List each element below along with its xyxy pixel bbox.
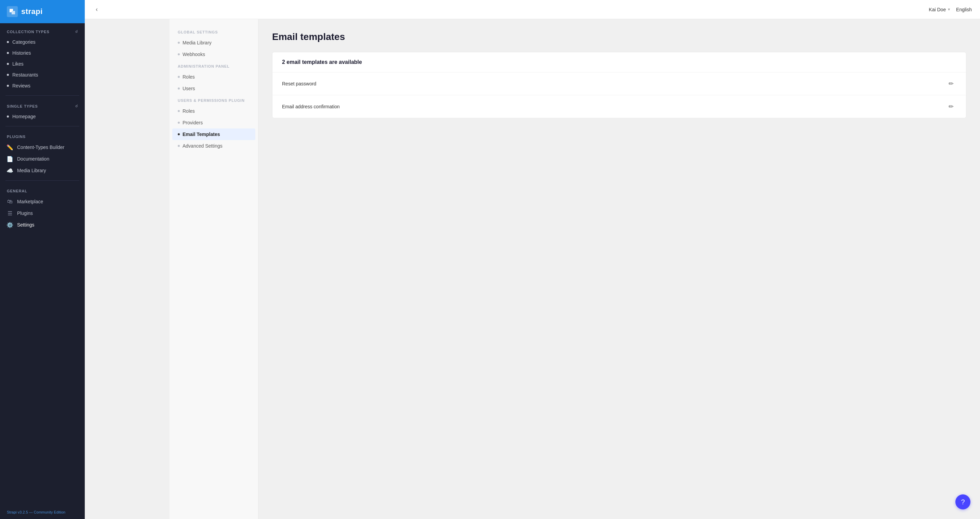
collapse-sidebar-button[interactable]: ‹ <box>93 5 100 14</box>
divider <box>5 180 79 181</box>
gear-icon: ⚙️ <box>7 222 13 228</box>
sub-sidebar-item-users-admin[interactable]: Users <box>170 83 258 94</box>
strapi-logo-icon <box>7 6 18 17</box>
cloud-icon: ☁️ <box>7 167 13 173</box>
bullet-icon <box>178 145 180 147</box>
sub-sidebar-item-providers[interactable]: Providers <box>170 117 258 129</box>
bullet-icon <box>7 116 9 117</box>
language-label: English <box>956 7 972 12</box>
help-button[interactable]: ? <box>955 494 970 509</box>
sidebar-item-categories[interactable]: Categories <box>0 37 85 48</box>
pencil-icon: ✏️ <box>7 144 13 150</box>
sub-sidebar-item-roles-up[interactable]: Roles <box>170 105 258 117</box>
plugins-section: PLUGINS ✏️ Content-Types Builder 📄 Docum… <box>0 129 85 178</box>
topbar-left: ‹ <box>93 5 100 14</box>
chevron-down-icon: ▼ <box>947 8 951 11</box>
collection-types-section: COLLECTION TYPES ☌ Categories Histories … <box>0 23 85 93</box>
general-label: GENERAL <box>0 189 85 196</box>
sidebar-item-documentation[interactable]: 📄 Documentation <box>0 153 85 165</box>
single-types-section: SINGLE TYPES ☌ Homepage <box>0 98 85 124</box>
sidebar-item-marketplace[interactable]: 🛍 Marketplace <box>0 196 85 207</box>
sidebar-item-restaurants[interactable]: Restaurants <box>0 69 85 80</box>
plugins-label: PLUGINS <box>0 135 85 141</box>
app-version: Strapi v3.2.5 — Community Edition <box>0 505 85 519</box>
single-types-search-icon[interactable]: ☌ <box>75 104 78 108</box>
sidebar-item-settings[interactable]: ⚙️ Settings <box>0 219 85 231</box>
bullet-icon <box>7 63 9 65</box>
bullet-icon <box>7 41 9 43</box>
sidebar-logo[interactable]: strapi <box>0 0 85 23</box>
template-name-email-confirmation: Email address confirmation <box>282 104 340 110</box>
sidebar-item-content-types-builder[interactable]: ✏️ Content-Types Builder <box>0 141 85 153</box>
bullet-icon <box>178 53 180 56</box>
bullet-icon <box>178 76 180 78</box>
user-menu[interactable]: Kai Doe ▼ <box>929 7 951 12</box>
edit-email-confirmation-button[interactable]: ✏ <box>946 102 956 112</box>
bullet-icon <box>178 122 180 124</box>
collection-types-search-icon[interactable]: ☌ <box>75 29 78 34</box>
app-name: strapi <box>21 7 43 16</box>
collection-types-label: COLLECTION TYPES ☌ <box>0 29 85 37</box>
sidebar-item-histories[interactable]: Histories <box>0 48 85 59</box>
sidebar-item-media-library[interactable]: ☁️ Media Library <box>0 165 85 176</box>
template-row-email-confirmation: Email address confirmation ✏ <box>272 95 966 118</box>
sidebar-item-likes[interactable]: Likes <box>0 59 85 69</box>
sidebar-item-reviews[interactable]: Reviews <box>0 80 85 91</box>
single-types-label: SINGLE TYPES ☌ <box>0 104 85 111</box>
administration-panel-label: ADMINISTRATION PANEL <box>170 60 258 71</box>
global-settings-label: GLOBAL SETTINGS <box>170 26 258 37</box>
sub-sidebar-item-email-templates[interactable]: Email Templates <box>172 129 255 140</box>
template-row-reset-password: Reset password ✏ <box>272 73 966 95</box>
user-name-label: Kai Doe <box>929 7 946 12</box>
topbar: ‹ Kai Doe ▼ English <box>85 0 980 19</box>
users-permissions-label: USERS & PERMISSIONS PLUGIN <box>170 94 258 105</box>
template-name-reset-password: Reset password <box>282 81 316 86</box>
templates-card-header: 2 email templates are available <box>272 52 966 73</box>
bullet-icon <box>178 110 180 112</box>
bullet-icon <box>178 87 180 89</box>
list-icon: ☰ <box>7 210 13 216</box>
settings-sub-sidebar: GLOBAL SETTINGS Media Library Webhooks A… <box>170 19 258 519</box>
bullet-icon <box>7 52 9 54</box>
divider <box>5 95 79 96</box>
main-content: Email templates 2 email templates are av… <box>258 19 980 519</box>
bullet-icon <box>7 85 9 87</box>
bullet-icon <box>178 42 180 44</box>
bullet-icon <box>178 133 180 135</box>
sidebar-item-homepage[interactable]: Homepage <box>0 111 85 122</box>
sidebar: strapi COLLECTION TYPES ☌ Categories His… <box>0 0 85 519</box>
shop-icon: 🛍 <box>7 198 13 205</box>
sub-sidebar-item-media-library[interactable]: Media Library <box>170 37 258 49</box>
main-wrapper: GLOBAL SETTINGS Media Library Webhooks A… <box>170 19 980 519</box>
general-section: GENERAL 🛍 Marketplace ☰ Plugins ⚙️ Setti… <box>0 183 85 233</box>
templates-card: 2 email templates are available Reset pa… <box>272 52 966 118</box>
sub-sidebar-item-roles-admin[interactable]: Roles <box>170 71 258 83</box>
book-icon: 📄 <box>7 156 13 162</box>
sub-sidebar-item-advanced-settings[interactable]: Advanced Settings <box>170 140 258 152</box>
sidebar-item-plugins[interactable]: ☰ Plugins <box>0 207 85 219</box>
sub-sidebar-item-webhooks[interactable]: Webhooks <box>170 49 258 60</box>
bullet-icon <box>7 74 9 76</box>
topbar-right: Kai Doe ▼ English <box>929 7 972 12</box>
edit-reset-password-button[interactable]: ✏ <box>946 79 956 89</box>
page-title: Email templates <box>272 32 966 42</box>
question-mark-icon: ? <box>961 498 965 506</box>
